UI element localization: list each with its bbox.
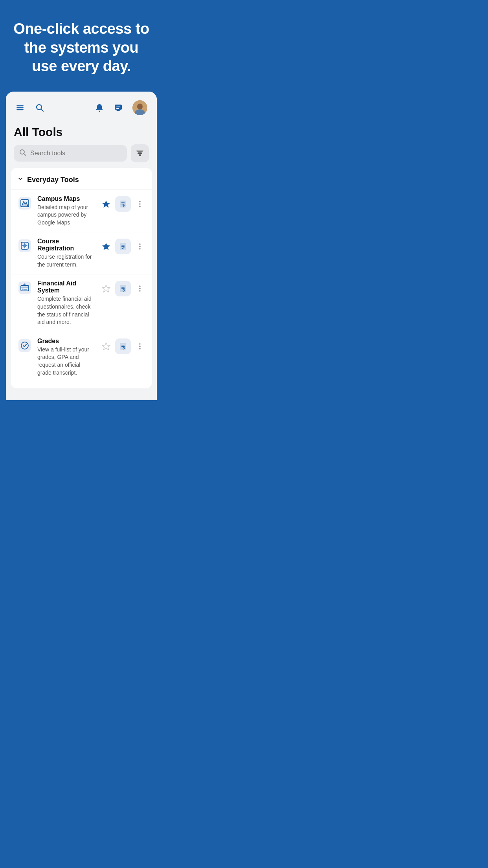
campus-maps-desc: Detailed map of your campus powered by G… [37, 204, 95, 227]
course-registration-doc-button[interactable] [115, 239, 131, 254]
svg-point-5 [99, 110, 100, 112]
svg-point-53 [139, 346, 141, 347]
search-tools-input[interactable] [30, 150, 121, 157]
course-registration-star-button[interactable] [101, 241, 111, 252]
tools-section: Everyday Tools Campus Maps Detailed map … [11, 168, 152, 389]
svg-point-54 [139, 348, 141, 349]
svg-point-32 [139, 246, 141, 247]
campus-maps-more-button[interactable] [135, 199, 145, 209]
svg-rect-29 [121, 245, 125, 246]
svg-point-43 [139, 286, 141, 287]
svg-rect-30 [121, 246, 125, 247]
svg-point-24 [139, 206, 141, 207]
svg-point-33 [139, 248, 141, 250]
nav-left [14, 101, 46, 114]
svg-point-45 [139, 291, 141, 292]
campus-maps-name: Campus Maps [37, 195, 95, 202]
tool-info-course-reg: Course Registration Course registration … [37, 238, 95, 268]
svg-point-44 [139, 288, 141, 290]
svg-rect-19 [121, 202, 125, 203]
svg-marker-39 [102, 285, 110, 292]
svg-point-22 [139, 201, 141, 202]
nav-search-button[interactable] [33, 101, 46, 114]
svg-rect-0 [17, 105, 24, 106]
list-item: Course Registration Course registration … [11, 232, 152, 274]
svg-rect-7 [116, 107, 120, 107]
svg-line-4 [41, 109, 44, 111]
financial-aid-more-button[interactable] [135, 283, 145, 294]
list-item: Financial Aid System Complete financial … [11, 274, 152, 331]
svg-marker-48 [102, 343, 110, 350]
hero-title: One-click access to the systems you use … [12, 20, 151, 76]
chevron-down-icon [18, 176, 23, 183]
search-input-wrap [14, 145, 127, 162]
course-registration-name: Course Registration [37, 238, 95, 252]
financial-aid-desc: Complete financial aid questionnaires, c… [37, 295, 95, 326]
grades-actions [101, 338, 145, 354]
svg-rect-46 [18, 339, 31, 352]
search-row [6, 144, 157, 168]
financial-aid-icon [18, 281, 32, 295]
course-registration-icon [18, 239, 32, 253]
section-header: Everyday Tools [11, 174, 152, 189]
financial-aid-actions [101, 281, 145, 296]
grades-star-button[interactable] [101, 341, 111, 351]
tool-info-financial-aid: Financial Aid System Complete financial … [37, 280, 95, 326]
campus-maps-icon [18, 196, 32, 210]
svg-rect-1 [17, 107, 24, 108]
svg-line-13 [24, 153, 26, 155]
svg-point-10 [137, 103, 143, 109]
grades-more-button[interactable] [135, 341, 145, 351]
chat-button[interactable] [112, 101, 125, 114]
svg-rect-50 [121, 345, 125, 346]
svg-rect-38 [24, 289, 27, 290]
grades-desc: View a full-list of your grades, GPA and… [37, 346, 95, 377]
campus-maps-doc-button[interactable] [115, 196, 131, 212]
grades-name: Grades [37, 338, 95, 345]
page-title: All Tools [6, 121, 157, 144]
notifications-button[interactable] [93, 101, 106, 114]
tool-info-campus-maps: Campus Maps Detailed map of your campus … [37, 195, 95, 227]
financial-aid-star-button[interactable] [101, 283, 111, 294]
tool-info-grades: Grades View a full-list of your grades, … [37, 338, 95, 377]
financial-aid-name: Financial Aid System [37, 280, 95, 294]
svg-point-52 [139, 343, 141, 345]
section-title: Everyday Tools [27, 176, 79, 184]
course-registration-more-button[interactable] [135, 241, 145, 252]
financial-aid-doc-button[interactable] [115, 281, 131, 296]
svg-rect-8 [116, 108, 119, 109]
nav-bar [6, 92, 157, 121]
hero-section: One-click access to the systems you use … [0, 0, 163, 92]
campus-maps-star-button[interactable] [101, 199, 111, 209]
filter-button[interactable] [131, 144, 149, 162]
list-item: Campus Maps Detailed map of your campus … [11, 189, 152, 232]
nav-right [93, 99, 149, 117]
grades-doc-button[interactable] [115, 338, 131, 354]
svg-marker-17 [102, 200, 110, 208]
app-card: All Tools [6, 92, 157, 401]
svg-marker-27 [102, 243, 110, 250]
svg-point-31 [139, 243, 141, 245]
svg-point-37 [22, 289, 24, 290]
svg-rect-41 [121, 287, 125, 288]
course-registration-actions [101, 239, 145, 254]
svg-rect-20 [121, 204, 125, 204]
search-icon [19, 149, 26, 158]
list-item: Grades View a full-list of your grades, … [11, 332, 152, 382]
grades-icon [18, 338, 32, 353]
avatar-button[interactable] [131, 99, 149, 117]
campus-maps-actions [101, 196, 145, 212]
svg-point-23 [139, 203, 141, 205]
menu-button[interactable] [14, 101, 26, 114]
course-registration-desc: Course registration for the current term… [37, 253, 95, 268]
svg-rect-2 [17, 109, 24, 110]
user-avatar [132, 100, 147, 115]
svg-rect-36 [21, 287, 29, 288]
